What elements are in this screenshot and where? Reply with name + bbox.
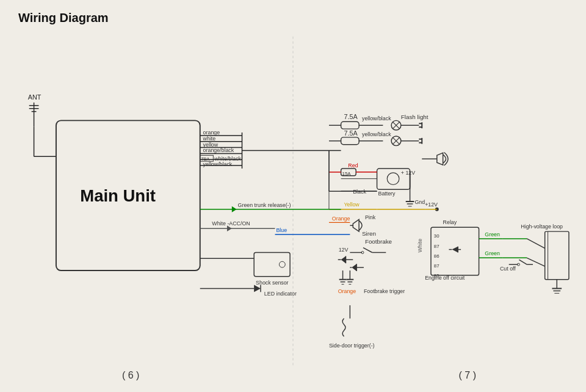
svg-text:86: 86 <box>434 253 440 259</box>
svg-text:Cut off: Cut off <box>500 266 516 272</box>
svg-text:Shock sensor: Shock sensor <box>256 280 289 286</box>
svg-text:yellow: yellow <box>203 142 219 148</box>
svg-text:LED indicator: LED indicator <box>264 291 297 297</box>
svg-text:Orange: Orange <box>332 216 350 222</box>
svg-text:Black: Black <box>353 189 366 195</box>
svg-line-153 <box>527 258 544 266</box>
svg-point-54 <box>387 173 399 185</box>
svg-text:Green: Green <box>485 231 500 238</box>
page-number-right: ( 7 ) <box>459 370 476 381</box>
svg-text:Relay: Relay <box>443 219 457 225</box>
svg-text:Gnd: Gnd <box>414 199 425 205</box>
svg-rect-27 <box>341 122 359 129</box>
svg-text:30: 30 <box>434 233 440 239</box>
svg-text:yellow/black: yellow/black <box>362 131 391 137</box>
svg-text:Battery: Battery <box>378 191 396 197</box>
svg-rect-40 <box>341 137 359 145</box>
svg-text:High-voltage loop: High-voltage loop <box>521 223 563 230</box>
svg-marker-101 <box>352 264 356 271</box>
wiring-diagram: ANT Main Unit orange white yellow orange… <box>0 31 586 372</box>
svg-text:87: 87 <box>434 263 440 269</box>
svg-text:Footbrake: Footbrake <box>365 238 392 245</box>
svg-text:15A: 15A <box>342 171 352 176</box>
svg-text:Green: Green <box>485 250 500 256</box>
svg-marker-97 <box>341 256 346 263</box>
svg-rect-144 <box>545 231 569 280</box>
svg-line-152 <box>527 239 544 249</box>
svg-text:12V: 12V <box>339 247 349 253</box>
svg-text:Orange: Orange <box>338 288 356 294</box>
svg-point-118 <box>279 261 285 267</box>
svg-text:White -ACC/ON: White -ACC/ON <box>212 220 250 227</box>
svg-marker-132 <box>452 247 458 253</box>
svg-text:Pink: Pink <box>365 214 376 220</box>
svg-text:Flash light: Flash light <box>401 114 429 120</box>
page-title: Wiring Diagram <box>18 11 109 25</box>
svg-text:+12V: +12V <box>425 201 438 208</box>
svg-text:7.5A: 7.5A <box>344 129 358 137</box>
svg-text:+ 12V: + 12V <box>401 170 415 176</box>
svg-text:7.5A: 7.5A <box>344 113 358 120</box>
svg-text:ANT: ANT <box>28 93 42 101</box>
svg-marker-78 <box>232 206 237 212</box>
svg-rect-117 <box>254 253 290 277</box>
svg-line-155 <box>519 260 527 264</box>
svg-text:Green trunk release(-): Green trunk release(-) <box>238 202 291 208</box>
svg-marker-86 <box>353 219 359 231</box>
svg-text:Engine off circuit: Engine off circuit <box>425 275 465 281</box>
svg-text:yellow/black: yellow/black <box>362 115 391 122</box>
svg-text:87: 87 <box>434 244 440 249</box>
page-number-left: ( 6 ) <box>122 370 139 381</box>
svg-text:Side-door trigger(-): Side-door trigger(-) <box>329 343 375 349</box>
svg-line-93 <box>363 248 372 253</box>
svg-text:Footbrake trigger: Footbrake trigger <box>364 288 405 294</box>
svg-text:Main Unit: Main Unit <box>80 186 156 205</box>
svg-text:orange/black: orange/black <box>203 147 234 153</box>
svg-text:Yellow: Yellow <box>344 201 360 208</box>
svg-text:yellow/black: yellow/black <box>203 161 233 167</box>
svg-text:Blue: Blue <box>276 227 287 233</box>
svg-text:Siren: Siren <box>362 230 376 237</box>
svg-text:orange: orange <box>203 129 220 136</box>
svg-text:Red: Red <box>348 162 358 169</box>
page: Wiring Diagram ANT Main Unit orange <box>0 0 586 392</box>
svg-marker-122 <box>254 285 261 292</box>
svg-marker-52 <box>437 153 443 165</box>
svg-text:White: White <box>417 239 423 253</box>
svg-text:white: white <box>203 136 216 142</box>
